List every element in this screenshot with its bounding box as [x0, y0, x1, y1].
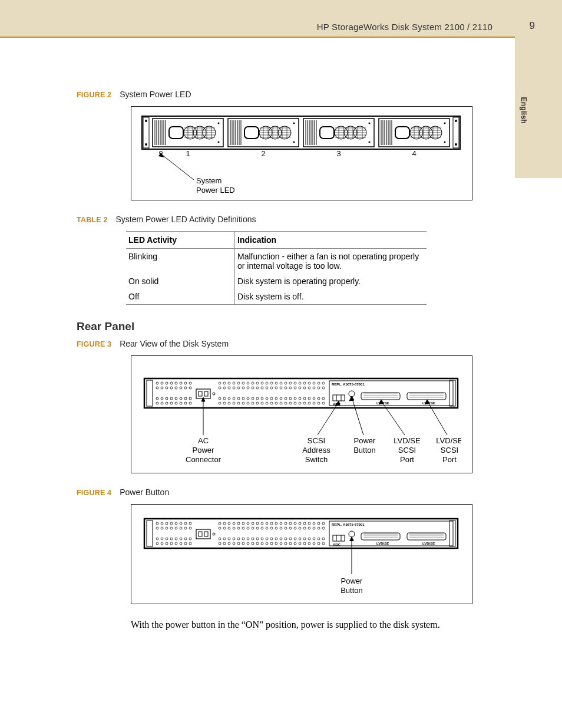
lvdse-label-1: LVD/SE [376, 542, 389, 545]
svg-point-204 [261, 397, 263, 400]
svg-point-212 [299, 397, 301, 400]
svg-rect-146 [199, 391, 202, 396]
svg-point-291 [156, 542, 158, 545]
svg-point-164 [289, 382, 292, 384]
figure4-caption-row: FIGURE 4 Power Button [77, 487, 485, 497]
svg-point-277 [166, 527, 168, 529]
svg-point-349 [219, 538, 221, 540]
table2-r2-indication: Disk system is off. [235, 289, 427, 305]
svg-point-366 [299, 538, 301, 540]
svg-point-131 [166, 397, 168, 400]
svg-point-120 [189, 382, 191, 384]
callout-scsi-l3: Switch [305, 455, 328, 464]
svg-point-216 [318, 397, 320, 400]
table-row: Blinking Malfunction - either a fan is n… [126, 249, 427, 274]
svg-point-365 [294, 538, 296, 540]
svg-point-240 [322, 402, 325, 404]
svg-point-326 [219, 527, 221, 529]
svg-point-367 [303, 538, 306, 540]
fig4-callout-l2: Button [340, 586, 363, 595]
table2-r0-activity: Blinking [126, 249, 235, 274]
figure4-box: REPL. A5675-67001 ABC LVD/SE LVD/SE Powe… [131, 504, 472, 604]
slot-num-4: 4 [412, 149, 416, 158]
svg-point-359 [266, 538, 268, 540]
svg-point-201 [247, 397, 249, 400]
svg-point-195 [219, 397, 221, 400]
callout-pwr-l1: Power [354, 436, 376, 445]
svg-point-193 [318, 387, 320, 389]
table-row: Off Disk system is off. [126, 289, 427, 305]
svg-point-350 [223, 538, 226, 540]
svg-point-179 [252, 387, 254, 389]
svg-point-284 [161, 538, 163, 540]
svg-point-333 [252, 527, 254, 529]
svg-point-314 [270, 522, 273, 525]
svg-point-393 [318, 542, 320, 545]
abc-label: ABC [333, 543, 341, 546]
svg-point-394 [322, 542, 325, 545]
svg-point-211 [294, 397, 296, 400]
table2-r0-indication: Malfunction - either a fan is not operat… [235, 249, 427, 274]
svg-point-380 [256, 542, 259, 545]
svg-point-373 [223, 542, 226, 545]
svg-point-370 [318, 538, 320, 540]
svg-point-106 [444, 141, 446, 143]
svg-point-226 [256, 402, 259, 404]
header-bar: HP StorageWorks Disk System 2100 / 2110 … [0, 0, 562, 38]
svg-point-357 [256, 538, 259, 540]
svg-point-4 [145, 143, 147, 146]
svg-point-190 [303, 387, 306, 389]
svg-point-196 [223, 397, 226, 400]
svg-point-177 [242, 387, 244, 389]
svg-rect-300 [199, 532, 202, 536]
svg-point-81 [369, 141, 371, 143]
repl-label: REPL. A5675-67001 [332, 523, 365, 526]
svg-point-149 [219, 382, 221, 384]
svg-point-171 [322, 382, 325, 384]
svg-point-239 [318, 402, 320, 404]
svg-point-133 [175, 397, 177, 400]
svg-point-327 [223, 527, 226, 529]
svg-point-348 [322, 527, 325, 529]
svg-point-290 [189, 538, 191, 540]
svg-point-355 [247, 538, 249, 540]
svg-line-256 [318, 402, 339, 435]
svg-point-170 [318, 382, 320, 384]
svg-point-153 [237, 382, 240, 384]
svg-point-374 [228, 542, 230, 545]
svg-point-203 [256, 397, 259, 400]
page-number: 9 [530, 20, 535, 32]
svg-point-322 [308, 522, 310, 525]
svg-rect-404 [407, 533, 446, 540]
svg-point-287 [175, 538, 177, 540]
svg-line-262 [427, 401, 447, 435]
repl-label: REPL. A5675-67001 [332, 383, 365, 386]
svg-point-389 [299, 542, 301, 545]
svg-point-369 [313, 538, 315, 540]
svg-point-390 [303, 542, 306, 545]
svg-point-317 [285, 522, 287, 525]
svg-point-341 [289, 527, 292, 529]
svg-point-289 [184, 538, 187, 540]
svg-point-276 [161, 527, 163, 529]
svg-point-161 [275, 382, 277, 384]
figure4-label: FIGURE 4 [77, 489, 111, 497]
svg-point-372 [219, 542, 221, 545]
svg-point-117 [175, 382, 177, 384]
svg-point-178 [247, 387, 249, 389]
svg-point-124 [170, 387, 173, 389]
svg-point-205 [266, 397, 268, 400]
svg-point-159 [266, 382, 268, 384]
svg-point-311 [256, 522, 259, 525]
callout-lvd2-l1: LVD/SE [436, 436, 461, 445]
svg-point-136 [189, 397, 191, 400]
svg-point-298 [189, 542, 191, 545]
svg-point-361 [275, 538, 277, 540]
svg-point-306 [233, 522, 235, 525]
svg-point-324 [318, 522, 320, 525]
svg-rect-147 [204, 391, 208, 396]
svg-point-378 [247, 542, 249, 545]
svg-marker-259 [349, 396, 354, 401]
svg-point-362 [280, 538, 282, 540]
svg-rect-111 [147, 380, 153, 406]
